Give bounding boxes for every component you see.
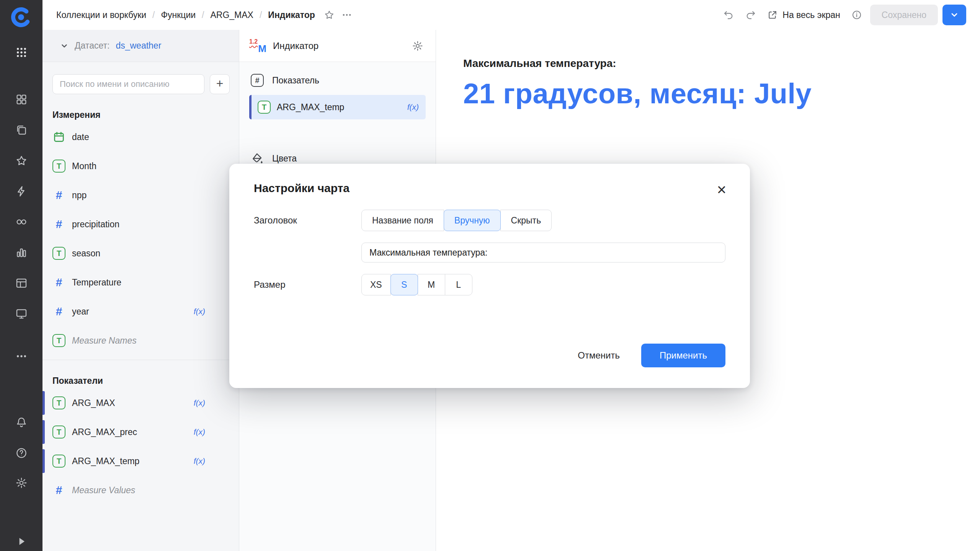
dataset-header[interactable]: Датасет: ds_weather — [42, 30, 239, 62]
dataset-link[interactable]: ds_weather — [116, 41, 161, 51]
size-segmented: XS S M L — [361, 274, 472, 295]
size-row-label: Размер — [254, 274, 361, 295]
field-item[interactable]: npp — [42, 181, 239, 210]
saved-button[interactable]: Сохранено — [870, 5, 938, 25]
indicator-letter: M — [258, 43, 266, 55]
size-option[interactable]: L — [445, 274, 472, 295]
measures-title: Показатели — [52, 375, 229, 386]
title-form-row: Заголовок Название поля Вручную Скрыть — [254, 210, 725, 262]
title-mode-option[interactable]: Скрыть — [500, 210, 552, 231]
apply-button[interactable]: Применить — [641, 344, 725, 367]
size-option[interactable]: M — [418, 274, 445, 295]
formula-icon: f(x) — [194, 398, 205, 408]
calendar-icon — [52, 130, 65, 143]
bar-chart-icon[interactable] — [12, 243, 31, 262]
measure-section: Показатель ARG_MAX_temp f(x) — [239, 72, 436, 119]
field-item[interactable]: year f(x) — [42, 297, 239, 326]
undo-icon[interactable] — [720, 6, 737, 24]
size-option[interactable]: S — [390, 274, 418, 295]
field-item[interactable]: ARG_MAX_temp f(x) — [42, 447, 239, 476]
breadcrumb-item[interactable]: ARG_MAX — [210, 10, 253, 20]
field-label: npp — [72, 190, 87, 201]
help-icon[interactable] — [12, 444, 31, 462]
field-item[interactable]: ARG_MAX_prec f(x) — [42, 417, 239, 447]
breadcrumb-entry: / Индикатор — [253, 10, 315, 20]
info-icon[interactable] — [848, 6, 866, 24]
bell-icon[interactable] — [12, 413, 31, 432]
expand-icon — [767, 10, 778, 20]
field-item[interactable]: Month — [42, 152, 239, 181]
topbar-actions: На весь экран Сохранено — [720, 5, 966, 25]
more-icon[interactable] — [12, 347, 31, 365]
datalens-logo[interactable] — [9, 5, 33, 29]
text-type-icon — [52, 334, 65, 347]
table-icon[interactable] — [12, 274, 31, 292]
number-type-icon — [52, 484, 65, 497]
title-row-label: Заголовок — [254, 210, 361, 231]
tiles-icon[interactable] — [12, 90, 31, 109]
field-label: precipitation — [72, 219, 119, 230]
field-item[interactable]: date — [42, 122, 239, 152]
text-type-icon — [52, 160, 65, 173]
formula-icon: f(x) — [407, 103, 419, 112]
field-label: Temperature — [72, 277, 121, 288]
fullscreen-button[interactable]: На весь экран — [764, 5, 843, 25]
field-item[interactable]: season — [42, 239, 239, 268]
datalens-logo-icon — [10, 6, 32, 28]
pages-icon[interactable] — [12, 121, 31, 139]
dimensions-title: Измерения — [52, 109, 229, 120]
selected-measure-field[interactable]: ARG_MAX_temp f(x) — [249, 95, 426, 119]
breadcrumb-item[interactable]: Индикатор — [268, 10, 315, 20]
field-label: season — [72, 248, 100, 259]
field-item[interactable]: Measure Values — [42, 476, 239, 505]
chart-title-input[interactable] — [361, 243, 725, 262]
title-mode-option[interactable]: Название поля — [361, 210, 444, 231]
number-type-icon — [52, 218, 65, 231]
chart-settings-gear-icon[interactable] — [409, 37, 426, 55]
close-icon[interactable] — [712, 181, 731, 199]
favorite-star-icon[interactable] — [320, 6, 338, 24]
relations-icon[interactable] — [12, 213, 31, 231]
field-item[interactable]: ARG_MAX f(x) — [42, 388, 239, 417]
chart-type-label: Индикатор — [273, 41, 318, 51]
breadcrumb-item[interactable]: Функции — [161, 10, 196, 20]
more-menu-icon[interactable] — [338, 6, 356, 24]
add-field-button[interactable] — [210, 74, 230, 94]
cancel-button[interactable]: Отменить — [566, 344, 631, 367]
field-label: ARG_MAX — [72, 398, 115, 408]
text-type-icon — [52, 425, 65, 439]
gear-icon[interactable] — [12, 474, 31, 492]
apps-grid-icon[interactable] — [12, 43, 31, 62]
breadcrumb-item[interactable]: Коллекции и воркбуки — [56, 10, 146, 20]
breadcrumb-entry: Коллекции и воркбуки — [56, 10, 146, 20]
paint-bucket-icon — [251, 152, 264, 165]
size-option[interactable]: XS — [361, 274, 391, 295]
field-item[interactable]: Temperature — [42, 268, 239, 297]
field-item[interactable]: precipitation — [42, 210, 239, 239]
redo-icon[interactable] — [742, 6, 760, 24]
datalens-app: Коллекции и воркбуки / Функции / ARG_MAX… — [0, 0, 980, 551]
field-label: Measure Names — [72, 336, 137, 346]
measure-section-label: Показатель — [272, 75, 319, 86]
title-controls: Название поля Вручную Скрыть — [361, 210, 725, 262]
topbar: Коллекции и воркбуки / Функции / ARG_MAX… — [42, 0, 980, 30]
fullscreen-label: На весь экран — [782, 10, 840, 20]
collapse-panel-icon[interactable] — [12, 532, 31, 551]
field-item[interactable]: Measure Names — [42, 326, 239, 355]
dialog-footer: Отменить Применить — [566, 344, 725, 367]
field-label: date — [72, 132, 89, 142]
size-controls: XS S M L — [361, 274, 725, 295]
save-dropdown-button[interactable] — [942, 5, 966, 25]
dashboard-icon[interactable] — [12, 305, 31, 323]
flash-icon[interactable] — [12, 182, 31, 201]
chevron-down-icon — [60, 42, 69, 50]
title-mode-option[interactable]: Вручную — [444, 210, 501, 231]
left-rail — [0, 0, 42, 551]
measures-list: ARG_MAX f(x) ARG_MAX_prec f(x) — [42, 388, 239, 505]
dataset-label: Датасет: — [75, 41, 109, 51]
star-icon[interactable] — [12, 152, 31, 170]
hash-icon — [251, 74, 264, 87]
field-search-input[interactable] — [52, 74, 204, 94]
field-label: Measure Values — [72, 485, 135, 496]
number-type-icon — [52, 189, 65, 202]
